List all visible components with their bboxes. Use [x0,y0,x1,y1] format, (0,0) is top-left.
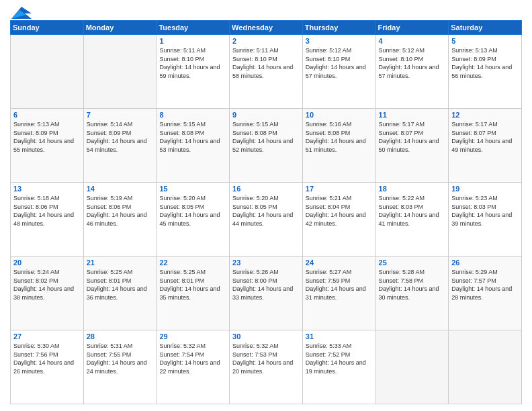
day-info: Sunrise: 5:14 AM Sunset: 8:09 PM Dayligh… [87,120,154,154]
weekday-sunday: Sunday [11,21,84,35]
day-number: 16 [232,185,300,193]
day-number: 13 [13,185,81,193]
day-number: 27 [13,332,81,340]
day-cell: 25Sunrise: 5:28 AM Sunset: 7:58 PM Dayli… [375,257,449,330]
day-number: 4 [379,37,446,45]
week-row-2: 6Sunrise: 5:13 AM Sunset: 8:09 PM Daylig… [11,109,522,183]
calendar-table: SundayMondayTuesdayWednesdayThursdayFrid… [10,20,522,404]
day-cell: 7Sunrise: 5:14 AM Sunset: 8:09 PM Daylig… [83,109,157,183]
day-cell [449,330,522,404]
day-cell: 17Sunrise: 5:21 AM Sunset: 8:04 PM Dayli… [302,183,375,257]
day-number: 26 [451,259,519,267]
day-number: 21 [87,259,154,267]
day-info: Sunrise: 5:26 AM Sunset: 8:00 PM Dayligh… [232,268,300,302]
week-row-5: 27Sunrise: 5:30 AM Sunset: 7:56 PM Dayli… [11,330,522,404]
day-cell: 24Sunrise: 5:27 AM Sunset: 7:59 PM Dayli… [302,257,375,330]
day-number: 29 [159,332,226,340]
day-cell: 15Sunrise: 5:20 AM Sunset: 8:05 PM Dayli… [157,183,230,257]
logo [10,7,32,16]
day-number: 17 [306,185,373,193]
day-info: Sunrise: 5:18 AM Sunset: 8:06 PM Dayligh… [13,194,81,228]
day-cell: 1Sunrise: 5:11 AM Sunset: 8:10 PM Daylig… [157,35,230,109]
day-info: Sunrise: 5:11 AM Sunset: 8:10 PM Dayligh… [159,46,226,80]
day-info: Sunrise: 5:13 AM Sunset: 8:09 PM Dayligh… [13,120,81,154]
week-row-3: 13Sunrise: 5:18 AM Sunset: 8:06 PM Dayli… [11,183,522,257]
day-info: Sunrise: 5:21 AM Sunset: 8:04 PM Dayligh… [306,194,373,228]
day-info: Sunrise: 5:12 AM Sunset: 8:10 PM Dayligh… [379,46,446,80]
day-cell: 13Sunrise: 5:18 AM Sunset: 8:06 PM Dayli… [11,183,84,257]
day-cell: 12Sunrise: 5:17 AM Sunset: 8:07 PM Dayli… [449,109,522,183]
day-info: Sunrise: 5:24 AM Sunset: 8:02 PM Dayligh… [13,268,81,302]
day-number: 8 [159,111,226,119]
day-info: Sunrise: 5:19 AM Sunset: 8:06 PM Dayligh… [87,194,154,228]
day-cell [83,35,157,109]
day-number: 30 [232,332,300,340]
day-number: 3 [306,37,373,45]
logo-bird-icon [11,7,32,19]
day-info: Sunrise: 5:15 AM Sunset: 8:08 PM Dayligh… [159,120,226,154]
day-cell: 19Sunrise: 5:23 AM Sunset: 8:03 PM Dayli… [449,183,522,257]
weekday-thursday: Thursday [302,21,375,35]
day-number: 7 [87,111,154,119]
day-cell: 22Sunrise: 5:25 AM Sunset: 8:01 PM Dayli… [157,257,230,330]
day-info: Sunrise: 5:32 AM Sunset: 7:54 PM Dayligh… [159,342,226,375]
day-cell: 26Sunrise: 5:29 AM Sunset: 7:57 PM Dayli… [449,257,522,330]
day-info: Sunrise: 5:13 AM Sunset: 8:09 PM Dayligh… [451,46,519,80]
day-cell: 4Sunrise: 5:12 AM Sunset: 8:10 PM Daylig… [375,35,449,109]
day-info: Sunrise: 5:25 AM Sunset: 8:01 PM Dayligh… [159,268,226,302]
day-cell [11,35,84,109]
day-cell: 28Sunrise: 5:31 AM Sunset: 7:55 PM Dayli… [83,330,157,404]
day-cell: 6Sunrise: 5:13 AM Sunset: 8:09 PM Daylig… [11,109,84,183]
day-cell: 11Sunrise: 5:17 AM Sunset: 8:07 PM Dayli… [375,109,449,183]
day-info: Sunrise: 5:17 AM Sunset: 8:07 PM Dayligh… [379,120,446,154]
day-info: Sunrise: 5:31 AM Sunset: 7:55 PM Dayligh… [87,342,154,375]
day-cell: 9Sunrise: 5:15 AM Sunset: 8:08 PM Daylig… [230,109,303,183]
day-cell: 5Sunrise: 5:13 AM Sunset: 8:09 PM Daylig… [449,35,522,109]
day-cell: 31Sunrise: 5:33 AM Sunset: 7:52 PM Dayli… [302,330,375,404]
day-info: Sunrise: 5:29 AM Sunset: 7:57 PM Dayligh… [451,268,519,302]
day-cell: 30Sunrise: 5:32 AM Sunset: 7:53 PM Dayli… [230,330,303,404]
day-number: 28 [87,332,154,340]
day-number: 19 [451,185,519,193]
weekday-wednesday: Wednesday [230,21,303,35]
day-cell: 8Sunrise: 5:15 AM Sunset: 8:08 PM Daylig… [157,109,230,183]
day-info: Sunrise: 5:17 AM Sunset: 8:07 PM Dayligh… [451,120,519,154]
day-cell: 23Sunrise: 5:26 AM Sunset: 8:00 PM Dayli… [230,257,303,330]
day-number: 10 [306,111,373,119]
day-info: Sunrise: 5:30 AM Sunset: 7:56 PM Dayligh… [13,342,81,375]
day-cell: 2Sunrise: 5:11 AM Sunset: 8:10 PM Daylig… [230,35,303,109]
day-cell: 10Sunrise: 5:16 AM Sunset: 8:08 PM Dayli… [302,109,375,183]
week-row-4: 20Sunrise: 5:24 AM Sunset: 8:02 PM Dayli… [11,257,522,330]
day-info: Sunrise: 5:11 AM Sunset: 8:10 PM Dayligh… [232,46,300,80]
day-info: Sunrise: 5:32 AM Sunset: 7:53 PM Dayligh… [232,342,300,375]
day-cell: 29Sunrise: 5:32 AM Sunset: 7:54 PM Dayli… [157,330,230,404]
header [10,7,522,16]
day-number: 24 [306,259,373,267]
day-number: 18 [379,185,446,193]
weekday-saturday: Saturday [449,21,522,35]
week-row-1: 1Sunrise: 5:11 AM Sunset: 8:10 PM Daylig… [11,35,522,109]
weekday-tuesday: Tuesday [157,21,230,35]
day-number: 12 [451,111,519,119]
day-number: 1 [159,37,226,45]
day-cell: 27Sunrise: 5:30 AM Sunset: 7:56 PM Dayli… [11,330,84,404]
page: SundayMondayTuesdayWednesdayThursdayFrid… [0,0,532,411]
day-number: 23 [232,259,300,267]
day-info: Sunrise: 5:20 AM Sunset: 8:05 PM Dayligh… [159,194,226,228]
day-info: Sunrise: 5:23 AM Sunset: 8:03 PM Dayligh… [451,194,519,228]
day-cell: 16Sunrise: 5:20 AM Sunset: 8:05 PM Dayli… [230,183,303,257]
day-info: Sunrise: 5:28 AM Sunset: 7:58 PM Dayligh… [379,268,446,302]
day-info: Sunrise: 5:27 AM Sunset: 7:59 PM Dayligh… [306,268,373,302]
day-info: Sunrise: 5:33 AM Sunset: 7:52 PM Dayligh… [306,342,373,375]
day-info: Sunrise: 5:12 AM Sunset: 8:10 PM Dayligh… [306,46,373,80]
day-number: 25 [379,259,446,267]
weekday-friday: Friday [375,21,449,35]
day-cell: 14Sunrise: 5:19 AM Sunset: 8:06 PM Dayli… [83,183,157,257]
day-number: 22 [159,259,226,267]
day-info: Sunrise: 5:16 AM Sunset: 8:08 PM Dayligh… [306,120,373,154]
day-info: Sunrise: 5:22 AM Sunset: 8:03 PM Dayligh… [379,194,446,228]
day-number: 6 [13,111,81,119]
day-number: 5 [451,37,519,45]
day-number: 9 [232,111,300,119]
day-cell: 21Sunrise: 5:25 AM Sunset: 8:01 PM Dayli… [83,257,157,330]
